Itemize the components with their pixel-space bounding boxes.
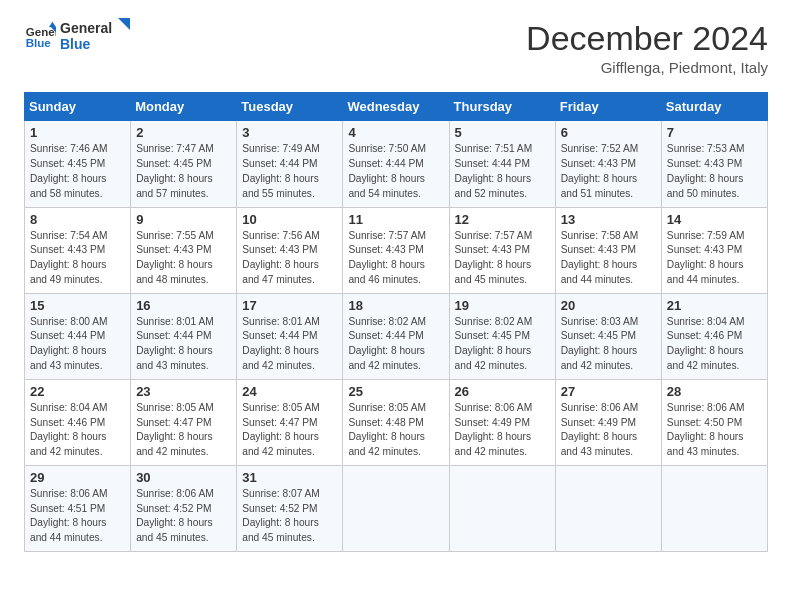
day-number: 26 [455, 384, 550, 399]
calendar-cell: 2Sunrise: 7:47 AMSunset: 4:45 PMDaylight… [131, 121, 237, 207]
day-number: 7 [667, 125, 762, 140]
calendar-cell: 12Sunrise: 7:57 AMSunset: 4:43 PMDayligh… [449, 207, 555, 293]
calendar-cell: 1Sunrise: 7:46 AMSunset: 4:45 PMDaylight… [25, 121, 131, 207]
logo: General Blue General Blue [24, 20, 132, 52]
day-number: 23 [136, 384, 231, 399]
svg-marker-4 [118, 18, 130, 30]
day-number: 9 [136, 212, 231, 227]
calendar-cell: 17Sunrise: 8:01 AMSunset: 4:44 PMDayligh… [237, 293, 343, 379]
day-number: 27 [561, 384, 656, 399]
calendar-table: SundayMondayTuesdayWednesdayThursdayFrid… [24, 92, 768, 552]
day-info: Sunrise: 8:01 AMSunset: 4:44 PMDaylight:… [136, 315, 231, 374]
calendar-cell: 31Sunrise: 8:07 AMSunset: 4:52 PMDayligh… [237, 465, 343, 551]
day-info: Sunrise: 7:54 AMSunset: 4:43 PMDaylight:… [30, 229, 125, 288]
logo-icon: General Blue [24, 20, 56, 52]
calendar-body: 1Sunrise: 7:46 AMSunset: 4:45 PMDaylight… [25, 121, 768, 552]
calendar-cell: 28Sunrise: 8:06 AMSunset: 4:50 PMDayligh… [661, 379, 767, 465]
calendar-header-sunday: Sunday [25, 93, 131, 121]
day-info: Sunrise: 8:04 AMSunset: 4:46 PMDaylight:… [30, 401, 125, 460]
calendar-cell: 22Sunrise: 8:04 AMSunset: 4:46 PMDayligh… [25, 379, 131, 465]
calendar-week-1: 1Sunrise: 7:46 AMSunset: 4:45 PMDaylight… [25, 121, 768, 207]
day-info: Sunrise: 8:06 AMSunset: 4:50 PMDaylight:… [667, 401, 762, 460]
calendar-cell: 7Sunrise: 7:53 AMSunset: 4:43 PMDaylight… [661, 121, 767, 207]
day-info: Sunrise: 8:02 AMSunset: 4:45 PMDaylight:… [455, 315, 550, 374]
calendar-cell: 3Sunrise: 7:49 AMSunset: 4:44 PMDaylight… [237, 121, 343, 207]
day-number: 8 [30, 212, 125, 227]
day-info: Sunrise: 7:57 AMSunset: 4:43 PMDaylight:… [348, 229, 443, 288]
day-number: 2 [136, 125, 231, 140]
calendar-cell: 13Sunrise: 7:58 AMSunset: 4:43 PMDayligh… [555, 207, 661, 293]
calendar-cell: 9Sunrise: 7:55 AMSunset: 4:43 PMDaylight… [131, 207, 237, 293]
calendar-cell: 11Sunrise: 7:57 AMSunset: 4:43 PMDayligh… [343, 207, 449, 293]
day-info: Sunrise: 8:05 AMSunset: 4:48 PMDaylight:… [348, 401, 443, 460]
day-info: Sunrise: 7:58 AMSunset: 4:43 PMDaylight:… [561, 229, 656, 288]
day-number: 30 [136, 470, 231, 485]
day-number: 6 [561, 125, 656, 140]
day-info: Sunrise: 8:06 AMSunset: 4:49 PMDaylight:… [455, 401, 550, 460]
calendar-cell: 5Sunrise: 7:51 AMSunset: 4:44 PMDaylight… [449, 121, 555, 207]
day-number: 3 [242, 125, 337, 140]
calendar-cell: 15Sunrise: 8:00 AMSunset: 4:44 PMDayligh… [25, 293, 131, 379]
day-number: 14 [667, 212, 762, 227]
calendar-header-wednesday: Wednesday [343, 93, 449, 121]
calendar-cell: 14Sunrise: 7:59 AMSunset: 4:43 PMDayligh… [661, 207, 767, 293]
day-number: 13 [561, 212, 656, 227]
calendar-cell [661, 465, 767, 551]
calendar-header-tuesday: Tuesday [237, 93, 343, 121]
day-info: Sunrise: 8:05 AMSunset: 4:47 PMDaylight:… [242, 401, 337, 460]
day-number: 17 [242, 298, 337, 313]
calendar-cell: 4Sunrise: 7:50 AMSunset: 4:44 PMDaylight… [343, 121, 449, 207]
day-info: Sunrise: 7:50 AMSunset: 4:44 PMDaylight:… [348, 142, 443, 201]
calendar-week-5: 29Sunrise: 8:06 AMSunset: 4:51 PMDayligh… [25, 465, 768, 551]
day-info: Sunrise: 7:52 AMSunset: 4:43 PMDaylight:… [561, 142, 656, 201]
day-info: Sunrise: 7:46 AMSunset: 4:45 PMDaylight:… [30, 142, 125, 201]
calendar-cell [449, 465, 555, 551]
day-number: 19 [455, 298, 550, 313]
page-header: General Blue General Blue December 2024 … [24, 20, 768, 76]
calendar-header-monday: Monday [131, 93, 237, 121]
calendar-cell: 18Sunrise: 8:02 AMSunset: 4:44 PMDayligh… [343, 293, 449, 379]
calendar-header-thursday: Thursday [449, 93, 555, 121]
calendar-cell: 19Sunrise: 8:02 AMSunset: 4:45 PMDayligh… [449, 293, 555, 379]
day-info: Sunrise: 7:55 AMSunset: 4:43 PMDaylight:… [136, 229, 231, 288]
calendar-cell: 16Sunrise: 8:01 AMSunset: 4:44 PMDayligh… [131, 293, 237, 379]
day-number: 28 [667, 384, 762, 399]
svg-text:Blue: Blue [26, 37, 52, 49]
calendar-week-2: 8Sunrise: 7:54 AMSunset: 4:43 PMDaylight… [25, 207, 768, 293]
calendar-cell [555, 465, 661, 551]
day-info: Sunrise: 8:06 AMSunset: 4:51 PMDaylight:… [30, 487, 125, 546]
day-info: Sunrise: 8:04 AMSunset: 4:46 PMDaylight:… [667, 315, 762, 374]
day-number: 18 [348, 298, 443, 313]
day-number: 5 [455, 125, 550, 140]
day-info: Sunrise: 8:00 AMSunset: 4:44 PMDaylight:… [30, 315, 125, 374]
day-info: Sunrise: 7:53 AMSunset: 4:43 PMDaylight:… [667, 142, 762, 201]
day-info: Sunrise: 8:05 AMSunset: 4:47 PMDaylight:… [136, 401, 231, 460]
day-info: Sunrise: 7:47 AMSunset: 4:45 PMDaylight:… [136, 142, 231, 201]
calendar-cell: 23Sunrise: 8:05 AMSunset: 4:47 PMDayligh… [131, 379, 237, 465]
title-block: December 2024 Gifflenga, Piedmont, Italy [526, 20, 768, 76]
day-number: 10 [242, 212, 337, 227]
calendar-header-friday: Friday [555, 93, 661, 121]
logo-general: General [60, 20, 112, 36]
day-number: 15 [30, 298, 125, 313]
calendar-cell: 26Sunrise: 8:06 AMSunset: 4:49 PMDayligh… [449, 379, 555, 465]
day-info: Sunrise: 7:51 AMSunset: 4:44 PMDaylight:… [455, 142, 550, 201]
day-info: Sunrise: 7:56 AMSunset: 4:43 PMDaylight:… [242, 229, 337, 288]
calendar-header-saturday: Saturday [661, 93, 767, 121]
day-number: 4 [348, 125, 443, 140]
day-number: 20 [561, 298, 656, 313]
calendar-cell: 29Sunrise: 8:06 AMSunset: 4:51 PMDayligh… [25, 465, 131, 551]
day-number: 1 [30, 125, 125, 140]
calendar-cell: 6Sunrise: 7:52 AMSunset: 4:43 PMDaylight… [555, 121, 661, 207]
calendar-cell: 8Sunrise: 7:54 AMSunset: 4:43 PMDaylight… [25, 207, 131, 293]
day-info: Sunrise: 8:06 AMSunset: 4:49 PMDaylight:… [561, 401, 656, 460]
calendar-week-4: 22Sunrise: 8:04 AMSunset: 4:46 PMDayligh… [25, 379, 768, 465]
logo-blue: Blue [60, 36, 112, 52]
calendar-header-row: SundayMondayTuesdayWednesdayThursdayFrid… [25, 93, 768, 121]
day-info: Sunrise: 8:01 AMSunset: 4:44 PMDaylight:… [242, 315, 337, 374]
day-number: 25 [348, 384, 443, 399]
calendar-cell: 25Sunrise: 8:05 AMSunset: 4:48 PMDayligh… [343, 379, 449, 465]
calendar-cell: 27Sunrise: 8:06 AMSunset: 4:49 PMDayligh… [555, 379, 661, 465]
day-number: 11 [348, 212, 443, 227]
calendar-cell: 24Sunrise: 8:05 AMSunset: 4:47 PMDayligh… [237, 379, 343, 465]
